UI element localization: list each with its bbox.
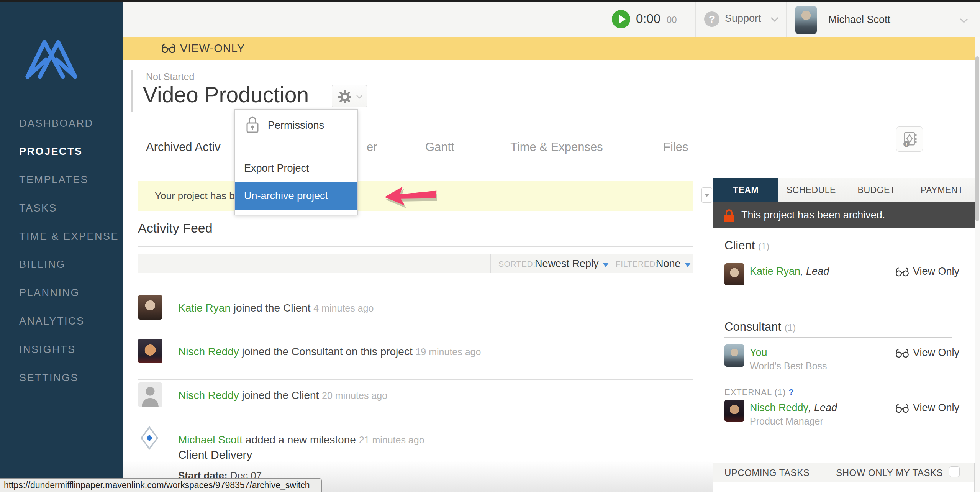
panel-collapse-button[interactable] xyxy=(701,187,712,203)
sidebar-item-insights[interactable]: INSIGHTS xyxy=(19,343,76,356)
user-menu[interactable]: Michael Scott xyxy=(828,14,890,26)
archived-lock-icon xyxy=(723,208,735,223)
timer-fraction: 00 xyxy=(667,15,677,25)
divider xyxy=(138,423,693,423)
sort-dropdown[interactable]: Newest Reply xyxy=(535,254,609,273)
tab-schedule[interactable]: SCHEDULE xyxy=(778,178,844,202)
divider xyxy=(724,256,952,256)
section-heading-consultant: Consultant (1) xyxy=(724,320,796,334)
member-name[interactable]: Nisch Reddy, Lead xyxy=(750,402,837,414)
status-bar-url: https://dundermifflinpaper.mavenlink.com… xyxy=(0,478,322,492)
divider xyxy=(138,246,693,247)
feed-title: Activity Feed xyxy=(138,221,213,236)
sidebar-item-dashboard[interactable]: DASHBOARD xyxy=(19,116,93,130)
view-only-badge: View Only xyxy=(895,347,959,359)
show-only-my-tasks-label: SHOW ONLY MY TASKS xyxy=(836,467,943,478)
divider xyxy=(138,379,693,380)
archived-status-bar: This project has been archived. xyxy=(713,202,975,228)
archived-message: This project has been archived. xyxy=(741,202,885,228)
project-accent-bar xyxy=(131,70,133,112)
avatar xyxy=(724,263,744,285)
milestone-title: Client Delivery xyxy=(178,448,252,461)
lock-icon xyxy=(246,115,259,133)
tab-payment[interactable]: PAYMENT xyxy=(909,178,975,202)
user-link[interactable]: Nisch Reddy xyxy=(178,389,239,401)
sidebar-item-time-expense[interactable]: TIME & EXPENSE xyxy=(19,230,119,243)
section-count: (1) xyxy=(758,241,769,251)
upcoming-tasks-box: UPCOMING TASKS SHOW ONLY MY TASKS xyxy=(713,463,975,492)
timer-play-button[interactable] xyxy=(612,10,630,28)
feed-time: 20 minutes ago xyxy=(322,390,387,401)
media-info-icon: i xyxy=(902,131,918,148)
sidebar-item-templates[interactable]: TEMPLATES xyxy=(19,173,88,187)
view-only-badge: View Only xyxy=(895,402,959,414)
sorted-label: SORTED: xyxy=(498,254,535,273)
sidebar-item-planning[interactable]: PLANNING xyxy=(19,286,80,300)
member-role: , Lead xyxy=(800,266,829,277)
feed-item: Katie Ryan joined the Client 4 minutes a… xyxy=(178,302,374,314)
tab-team[interactable]: TEAM xyxy=(713,178,778,202)
divider xyxy=(724,337,952,338)
filtered-label: FILTERED: xyxy=(616,254,658,273)
person-icon xyxy=(138,382,162,407)
media-info-button[interactable]: i xyxy=(896,126,923,152)
sidebar-item-settings[interactable]: SETTINGS xyxy=(19,371,79,385)
menu-item-unarchive-project[interactable]: Un-archive project xyxy=(235,182,357,210)
milestone-diamond-icon xyxy=(140,426,159,450)
page-title: Video Production xyxy=(143,82,309,107)
divider xyxy=(608,254,608,273)
panel-tabs: TEAM SCHEDULE BUDGET PAYMENT xyxy=(713,178,975,202)
default-avatar xyxy=(138,382,162,407)
user-avatar[interactable] xyxy=(795,6,817,34)
page-scrollbar[interactable] xyxy=(975,37,980,492)
tab-time-expenses[interactable]: Time & Expenses xyxy=(510,140,603,154)
feed-sort-bar: SORTED: Newest Reply FILTERED: None xyxy=(138,254,693,273)
avatar xyxy=(138,295,162,320)
glasses-icon xyxy=(895,403,909,413)
member-name[interactable]: Katie Ryan, Lead xyxy=(750,266,829,277)
scrollbar-thumb[interactable] xyxy=(975,56,979,221)
sidebar-item-projects[interactable]: PROJECTS xyxy=(19,144,83,158)
tab-archived-activity[interactable]: Archived Activ xyxy=(146,140,221,154)
glasses-icon xyxy=(895,267,909,277)
chevron-down-icon[interactable] xyxy=(960,18,968,23)
help-icon[interactable]: ? xyxy=(704,11,719,27)
caret-down-icon xyxy=(685,263,691,267)
user-link[interactable]: Nisch Reddy xyxy=(178,346,239,358)
menu-item-permissions[interactable]: Permissions xyxy=(268,120,324,131)
user-link[interactable]: Michael Scott xyxy=(178,434,243,446)
sidebar: DASHBOARD PROJECTS TEMPLATES TASKS TIME … xyxy=(0,2,123,478)
member-name[interactable]: You xyxy=(750,347,767,359)
project-side-panel: TEAM SCHEDULE BUDGET PAYMENT This projec… xyxy=(713,178,975,449)
sidebar-item-tasks[interactable]: TASKS xyxy=(19,201,57,215)
tab-budget[interactable]: BUDGET xyxy=(844,178,910,202)
tab-files[interactable]: Files xyxy=(663,140,688,154)
mavenlink-app: { "colors":{"sidebar_navy":"#1d3a4f","ba… xyxy=(0,0,980,492)
upcoming-tasks-body xyxy=(713,482,974,492)
filter-dropdown[interactable]: None xyxy=(656,254,691,273)
feed-time: 21 minutes ago xyxy=(359,435,424,445)
sidebar-item-billing[interactable]: BILLING xyxy=(19,257,66,271)
tab-tracker-fragment[interactable]: er xyxy=(367,140,377,154)
avatar xyxy=(138,339,162,363)
upcoming-tasks-title: UPCOMING TASKS xyxy=(724,467,810,478)
project-settings-button[interactable] xyxy=(332,85,367,107)
support-menu[interactable]: Support xyxy=(725,13,761,25)
avatar xyxy=(724,400,744,422)
topbar: 0:00 00 ? Support Michael Scott xyxy=(123,2,980,37)
tab-gantt[interactable]: Gantt xyxy=(425,140,454,154)
member-role: , Lead xyxy=(808,402,837,413)
project-settings-menu: Permissions Export Project Un-archive pr… xyxy=(234,109,358,215)
show-only-my-tasks-checkbox[interactable] xyxy=(949,466,960,477)
chevron-down-icon[interactable] xyxy=(770,17,779,22)
help-question-icon[interactable]: ? xyxy=(788,387,794,397)
user-link[interactable]: Katie Ryan xyxy=(178,302,231,314)
caret-down-icon xyxy=(704,194,710,197)
menu-item-label: Un-archive project xyxy=(244,182,328,210)
menu-item-export-project[interactable]: Export Project xyxy=(244,162,309,174)
divider xyxy=(490,254,491,273)
glasses-icon xyxy=(161,43,176,54)
feed-time: 19 minutes ago xyxy=(415,346,481,357)
gear-icon xyxy=(338,90,351,103)
sidebar-item-analytics[interactable]: ANALYTICS xyxy=(19,314,85,328)
